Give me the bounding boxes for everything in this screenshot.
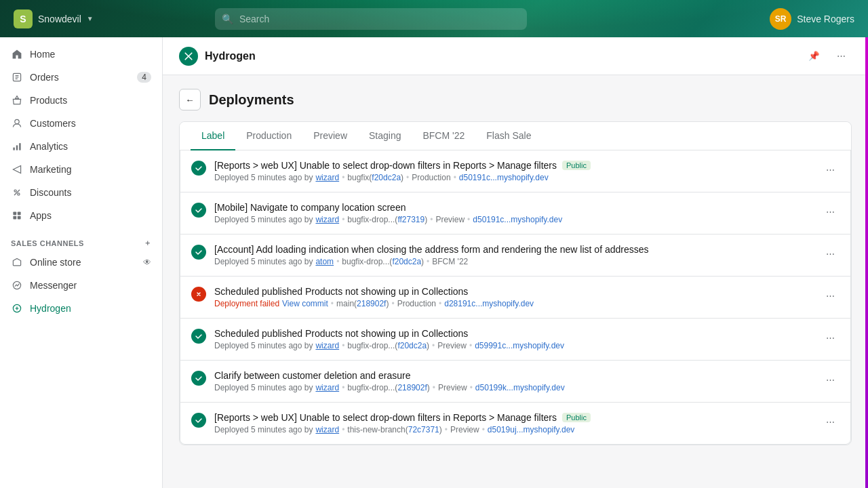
home-icon (11, 48, 23, 60)
deployment-content: [Account] Add loading indication when cl… (214, 244, 812, 266)
orders-badge: 4 (137, 72, 151, 83)
hydrogen-icon (11, 302, 23, 314)
apps-icon (11, 209, 23, 222)
sidebar-item-discounts[interactable]: Discounts (0, 181, 162, 204)
tab-bfcm22[interactable]: BFCM '22 (412, 122, 475, 150)
deployer-link[interactable]: wizard (315, 425, 339, 434)
store-name[interactable]: Snowdevil (38, 14, 81, 24)
deployment-menu-button[interactable]: ⋯ (821, 286, 840, 305)
deploy-url-link[interactable]: d5019uj...myshopify.dev (488, 425, 575, 434)
deployment-title: [Reports > web UX] Unable to select drop… (214, 160, 812, 171)
deployment-content: [Reports > web UX] Unable to select drop… (214, 160, 812, 182)
search-input[interactable] (215, 8, 527, 30)
deployer-link[interactable]: wizard (315, 173, 339, 182)
deployment-meta: Deployed 5 minutes ago by wizard • bugfi… (214, 215, 812, 224)
commit-link[interactable]: f20dc2a (397, 341, 427, 350)
deployment-content: [Mobile] Navigate to company location sc… (214, 202, 812, 224)
deployment-menu-button[interactable]: ⋯ (821, 370, 840, 389)
deployment-list: [Reports > web UX] Unable to select drop… (180, 150, 851, 445)
public-badge: Public (562, 413, 591, 422)
commit-link[interactable]: 218902f (397, 383, 427, 392)
avatar: SR (770, 8, 791, 30)
svg-point-5 (14, 190, 16, 192)
deploy-url-link[interactable]: d28191c...myshopify.dev (444, 299, 534, 308)
svg-point-1 (15, 119, 19, 123)
deployer-link[interactable]: wizard (315, 215, 339, 224)
deployment-content: [Reports > web UX] Unable to select drop… (214, 412, 812, 434)
commit-link[interactable]: f20dc2a (392, 257, 421, 266)
deploy-url-link[interactable]: d50199k...myshopify.dev (475, 383, 565, 392)
deployment-menu-button[interactable]: ⋯ (821, 412, 840, 431)
deployment-content: Scheduled published Products not showing… (214, 286, 812, 308)
sidebar-item-hydrogen[interactable]: Hydrogen (0, 297, 162, 320)
commit-link[interactable]: f20dc2a (372, 173, 401, 182)
commit-link[interactable]: 72c7371 (408, 425, 439, 434)
sidebar-item-customers[interactable]: Customers (0, 112, 162, 135)
deployment-menu-button[interactable]: ⋯ (821, 328, 840, 347)
deployment-title: [Mobile] Navigate to company location sc… (214, 202, 812, 213)
deployment-meta: Deployed 5 minutes ago by atom • bugfix-… (214, 257, 812, 266)
online-store-view-icon[interactable]: 👁 (143, 258, 151, 267)
deployment-menu-button[interactable]: ⋯ (821, 244, 840, 263)
deployer-link[interactable]: atom (315, 257, 334, 266)
status-success-icon (191, 413, 206, 428)
deployer-link[interactable]: wizard (315, 341, 339, 350)
sidebar: Home Orders 4 Products (0, 37, 163, 488)
tab-flash-sale[interactable]: Flash Sale (475, 122, 542, 150)
deployment-title: Scheduled published Products not showing… (214, 286, 812, 297)
deploy-url-link[interactable]: d59991c...myshopify.dev (475, 341, 564, 350)
deployment-title: [Account] Add loading indication when cl… (214, 244, 812, 255)
page-title: Deployments (209, 92, 294, 108)
store-chevron-icon: ▼ (87, 15, 94, 22)
add-channel-icon[interactable]: ＋ (144, 238, 152, 248)
app-header: Hydrogen 📌 ⋯ (163, 37, 868, 75)
deployment-content: Clarify between customer deletion and er… (214, 370, 812, 392)
sidebar-item-orders[interactable]: Orders 4 (0, 66, 162, 89)
sidebar-item-online-store[interactable]: Online store 👁 (0, 251, 162, 274)
deployment-menu-button[interactable]: ⋯ (821, 160, 840, 179)
global-search-container: 🔍 (215, 8, 527, 30)
back-button[interactable]: ← (179, 89, 201, 110)
analytics-icon (11, 140, 23, 152)
status-success-icon (191, 203, 206, 218)
content-area: ← Deployments Label Production Preview S… (163, 75, 868, 488)
deployer-link[interactable]: wizard (315, 383, 339, 392)
deploy-url-link[interactable]: d50191c...myshopify.dev (459, 173, 549, 182)
user-name: Steve Rogers (797, 14, 854, 24)
status-error-icon (191, 287, 206, 302)
store-icon (11, 256, 23, 268)
tab-preview[interactable]: Preview (302, 122, 358, 150)
svg-rect-7 (13, 211, 16, 215)
table-row: Scheduled published Products not showing… (180, 277, 850, 319)
tab-production[interactable]: Production (235, 122, 302, 150)
more-options-button[interactable]: ⋯ (830, 45, 852, 67)
deployment-meta: Deployed 5 minutes ago by wizard • bugfi… (214, 383, 812, 392)
sidebar-item-analytics[interactable]: Analytics (0, 135, 162, 158)
sidebar-item-products[interactable]: Products (0, 89, 162, 112)
status-success-icon (191, 161, 206, 176)
commit-link[interactable]: ff27319 (397, 215, 425, 224)
pin-button[interactable]: 📌 (803, 45, 825, 67)
orders-icon (11, 71, 23, 83)
public-badge: Public (562, 161, 591, 170)
sidebar-item-home[interactable]: Home (0, 43, 162, 66)
deployment-title: Scheduled published Products not showing… (214, 328, 812, 339)
table-row: [Reports > web UX] Unable to select drop… (180, 403, 850, 444)
table-row: [Account] Add loading indication when cl… (180, 235, 850, 277)
deployment-menu-button[interactable]: ⋯ (821, 202, 840, 221)
sidebar-item-marketing[interactable]: Marketing (0, 158, 162, 181)
app-header-title: Hydrogen (205, 50, 796, 62)
page-header: ← Deployments (179, 89, 852, 110)
tab-staging[interactable]: Staging (358, 122, 412, 150)
deployment-title: [Reports > web UX] Unable to select drop… (214, 412, 812, 423)
sidebar-item-messenger[interactable]: Messenger (0, 274, 162, 297)
svg-rect-3 (16, 145, 18, 150)
tab-label[interactable]: Label (191, 122, 235, 150)
customers-icon (11, 117, 23, 129)
sidebar-item-apps[interactable]: Apps (0, 204, 162, 227)
deployments-card: Label Production Preview Staging BFCM '2… (179, 121, 852, 445)
deploy-url-link[interactable]: d50191c...myshopify.dev (473, 215, 562, 224)
commit-link[interactable]: 218902f (357, 299, 386, 308)
view-commit-link[interactable]: View commit (282, 299, 328, 308)
table-row: [Reports > web UX] Unable to select drop… (180, 150, 850, 192)
